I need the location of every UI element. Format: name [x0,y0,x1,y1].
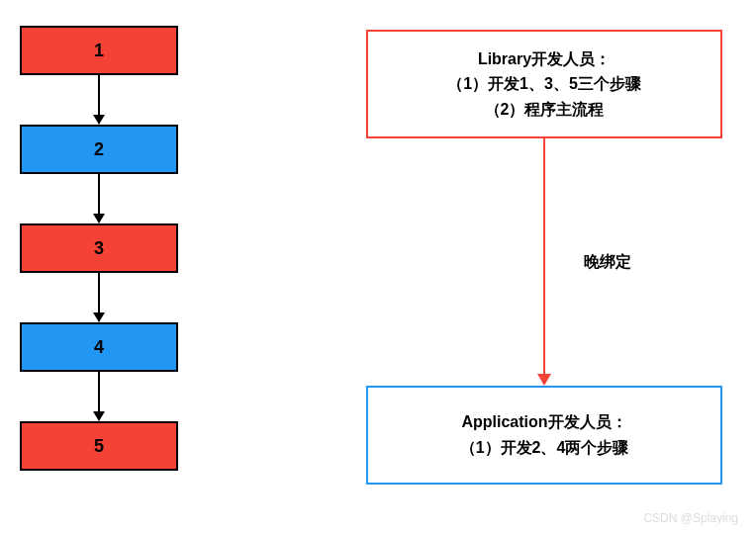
step-3-label: 3 [94,238,104,259]
step-1-box: 1 [20,26,178,75]
library-line-1: Library开发人员： [478,46,611,72]
arrow-4-5 [20,372,178,421]
application-box: Application开发人员： （1）开发2、4两个步骤 [366,386,722,485]
late-binding-label: 晚绑定 [584,252,631,273]
arrow-2-3 [20,174,178,223]
arrow-down-icon [89,372,109,421]
application-line-1: Application开发人员： [461,409,626,435]
application-line-2: （1）开发2、4两个步骤 [460,435,629,461]
step-1-label: 1 [94,41,104,61]
library-line-2: （1）开发1、3、5三个步骤 [447,71,641,97]
flow-column: 1 2 3 4 5 [20,26,178,471]
library-box: Library开发人员： （1）开发1、3、5三个步骤 （2）程序主流程 [366,30,722,138]
step-4-label: 4 [94,337,104,358]
svg-marker-9 [537,374,551,386]
arrow-down-icon [89,174,109,223]
library-content: Library开发人员： （1）开发1、3、5三个步骤 （2）程序主流程 [366,30,722,138]
svg-marker-7 [93,411,105,421]
arrow-down-icon [89,75,109,125]
arrow-1-2 [20,75,178,125]
library-line-3: （2）程序主流程 [485,97,605,123]
svg-marker-1 [93,115,105,125]
svg-marker-3 [93,214,105,223]
step-5-box: 5 [20,421,178,471]
step-5-label: 5 [94,436,104,457]
watermark-text: CSDN @Splaying [643,511,738,525]
svg-marker-5 [93,312,105,322]
connector-arrow [366,138,722,386]
arrow-3-4 [20,273,178,322]
arrow-down-icon [89,273,109,322]
step-2-box: 2 [20,125,178,174]
step-3-box: 3 [20,223,178,273]
step-4-box: 4 [20,322,178,372]
step-2-label: 2 [94,139,104,160]
